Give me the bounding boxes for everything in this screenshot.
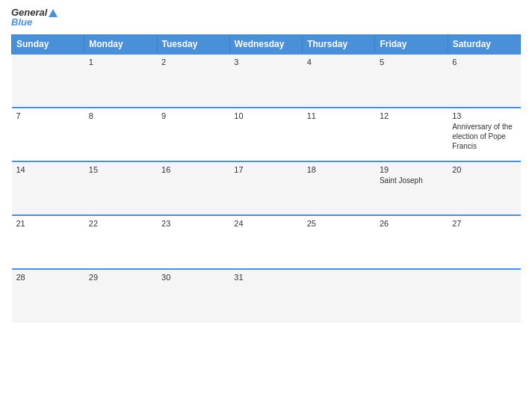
- calendar-cell: [375, 269, 448, 323]
- day-number: 17: [234, 165, 297, 174]
- logo: General Blue: [11, 7, 59, 28]
- calendar-cell: 3: [229, 54, 302, 108]
- day-number: 7: [16, 111, 80, 120]
- calendar-cell: 21: [12, 215, 84, 269]
- day-number: 15: [89, 165, 152, 174]
- logo-blue-text: Blue: [11, 17, 32, 28]
- calendar-cell: 15: [84, 161, 157, 215]
- calendar-page: General Blue SundayMondayTuesdayWednesda…: [0, 0, 532, 411]
- weekday-header-sunday: Sunday: [12, 34, 84, 54]
- weekday-header-thursday: Thursday: [303, 34, 375, 54]
- calendar-cell: 24: [229, 215, 302, 269]
- calendar-cell: 11: [303, 108, 375, 161]
- weekday-header-wednesday: Wednesday: [229, 34, 302, 54]
- day-number: 8: [89, 111, 152, 120]
- weekday-header-friday: Friday: [375, 34, 448, 54]
- calendar-cell: 25: [303, 215, 375, 269]
- day-number: 31: [234, 273, 297, 282]
- day-number: 10: [234, 111, 297, 120]
- week-row-4: 28293031: [12, 269, 521, 323]
- weekday-header-monday: Monday: [84, 34, 157, 54]
- calendar-cell: 1: [84, 54, 157, 108]
- week-row-2: 141516171819Saint Joseph20: [12, 161, 521, 215]
- calendar-cell: 8: [84, 108, 157, 161]
- week-row-1: 78910111213Anniversary of the election o…: [12, 108, 521, 161]
- calendar-cell: 12: [375, 108, 448, 161]
- week-row-0: 123456: [12, 54, 521, 108]
- calendar-cell: [12, 54, 84, 108]
- day-number: 16: [161, 165, 225, 174]
- day-number: 1: [89, 58, 152, 67]
- day-number: 29: [89, 273, 152, 282]
- logo-triangle-icon: [49, 9, 58, 17]
- event-text: Saint Joseph: [380, 176, 443, 185]
- day-number: 20: [452, 165, 516, 174]
- event-text: Anniversary of the election of Pope Fran…: [452, 122, 516, 151]
- calendar-cell: 2: [157, 54, 229, 108]
- calendar-cell: 22: [84, 215, 157, 269]
- day-number: 27: [452, 219, 516, 228]
- calendar-cell: 18: [303, 161, 375, 215]
- calendar-cell: 31: [229, 269, 302, 323]
- day-number: 24: [234, 219, 297, 228]
- header: General Blue: [11, 7, 521, 28]
- calendar-table: SundayMondayTuesdayWednesdayThursdayFrid…: [11, 34, 521, 323]
- day-number: 13: [452, 111, 516, 120]
- day-number: 2: [161, 58, 225, 67]
- day-number: 4: [307, 58, 371, 67]
- day-number: 9: [161, 111, 225, 120]
- calendar-cell: 9: [157, 108, 229, 161]
- calendar-cell: 10: [229, 108, 302, 161]
- day-number: 12: [380, 111, 443, 120]
- day-number: 28: [16, 273, 80, 282]
- calendar-cell: 30: [157, 269, 229, 323]
- calendar-cell: 27: [448, 215, 520, 269]
- day-number: 5: [380, 58, 443, 67]
- calendar-cell: 7: [12, 108, 84, 161]
- calendar-cell: 13Anniversary of the election of Pope Fr…: [448, 108, 520, 161]
- day-number: 26: [380, 219, 443, 228]
- day-number: 3: [234, 58, 297, 67]
- calendar-cell: 6: [448, 54, 520, 108]
- calendar-cell: 20: [448, 161, 520, 215]
- day-number: 25: [307, 219, 371, 228]
- calendar-cell: 4: [303, 54, 375, 108]
- day-number: 14: [16, 165, 80, 174]
- calendar-cell: 17: [229, 161, 302, 215]
- calendar-cell: 26: [375, 215, 448, 269]
- calendar-cell: 28: [12, 269, 84, 323]
- calendar-cell: 5: [375, 54, 448, 108]
- day-number: 21: [16, 219, 80, 228]
- week-row-3: 21222324252627: [12, 215, 521, 269]
- calendar-cell: 19Saint Joseph: [375, 161, 448, 215]
- day-number: 11: [307, 111, 371, 120]
- day-number: 23: [161, 219, 225, 228]
- day-number: 22: [89, 219, 152, 228]
- calendar-cell: 29: [84, 269, 157, 323]
- calendar-cell: [303, 269, 375, 323]
- day-number: 18: [307, 165, 371, 174]
- day-number: 19: [380, 165, 443, 174]
- weekday-header-row: SundayMondayTuesdayWednesdayThursdayFrid…: [12, 34, 521, 54]
- day-number: 30: [161, 273, 225, 282]
- calendar-cell: [448, 269, 520, 323]
- weekday-header-saturday: Saturday: [448, 34, 520, 54]
- calendar-cell: 14: [12, 161, 84, 215]
- day-number: 6: [452, 58, 516, 67]
- calendar-cell: 23: [157, 215, 229, 269]
- calendar-cell: 16: [157, 161, 229, 215]
- weekday-header-tuesday: Tuesday: [157, 34, 229, 54]
